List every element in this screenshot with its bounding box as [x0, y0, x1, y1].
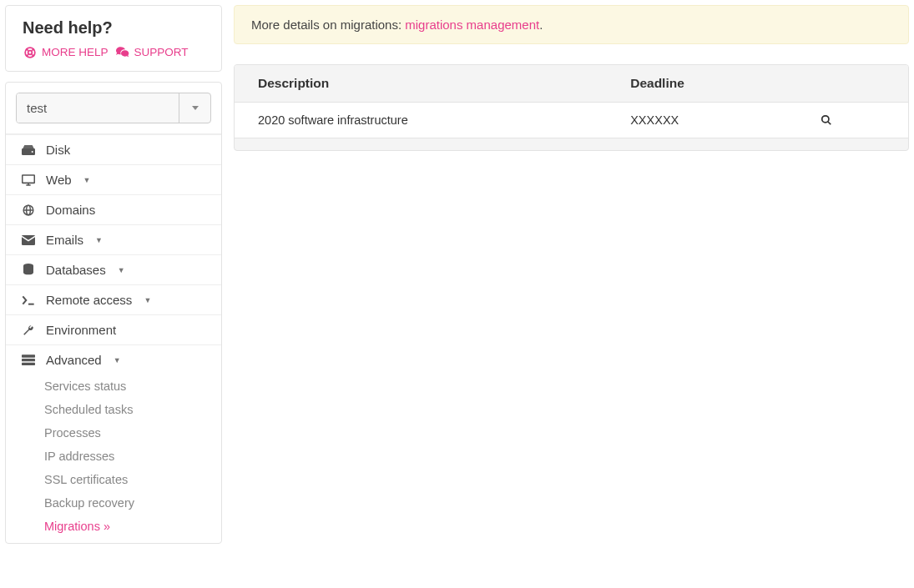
monitor-icon: [21, 174, 36, 186]
sidebar-label: Environment: [46, 323, 116, 337]
hdd-icon: [21, 145, 36, 155]
account-selector-caret[interactable]: [179, 93, 210, 123]
account-selector-value[interactable]: test: [17, 93, 179, 123]
sidebar-label: Domains: [46, 203, 95, 217]
server-icon: [21, 354, 36, 366]
sidebar: test Disk Web ▼: [5, 82, 222, 544]
svg-point-7: [32, 151, 33, 153]
sidebar-item-web[interactable]: Web ▼: [6, 165, 221, 194]
support-label: SUPPORT: [134, 46, 189, 58]
wrench-icon: [21, 324, 36, 336]
sidebar-item-disk[interactable]: Disk: [6, 135, 221, 164]
life-ring-icon: [23, 47, 38, 58]
subnav-ssl[interactable]: SSL certificates: [6, 468, 221, 491]
subnav-migrations[interactable]: Migrations »: [6, 515, 221, 538]
search-icon: [821, 114, 885, 126]
subnav-backup[interactable]: Backup recovery: [6, 491, 221, 515]
subnav-processes[interactable]: Processes: [6, 421, 221, 445]
help-panel: Need help? MORE HELP SUPPORT: [5, 5, 222, 72]
sidebar-item-advanced[interactable]: Advanced ▼: [6, 345, 221, 374]
sidebar-label: Advanced: [46, 353, 102, 367]
caret-down-icon: [192, 106, 199, 110]
alert-link[interactable]: migrations management: [405, 18, 539, 32]
database-icon: [21, 264, 36, 277]
table-row: 2020 software infrastructure XXXXXX: [235, 103, 908, 138]
caret-down-icon: ▼: [114, 356, 121, 364]
caret-down-icon: ▼: [95, 236, 103, 244]
alert-suffix: .: [539, 18, 543, 32]
sidebar-label: Web: [46, 173, 72, 187]
sidebar-item-environment[interactable]: Environment: [6, 315, 221, 344]
col-deadline: Deadline: [607, 65, 797, 103]
envelope-icon: [21, 235, 36, 245]
sidebar-label: Databases: [46, 263, 106, 277]
col-actions: [797, 65, 908, 103]
info-alert: More details on migrations: migrations m…: [234, 5, 909, 44]
svg-rect-17: [22, 354, 35, 357]
chat-icon: [115, 47, 130, 58]
cell-description: 2020 software infrastructure: [235, 103, 607, 138]
subnav-ip[interactable]: IP addresses: [6, 445, 221, 468]
sidebar-item-remote[interactable]: Remote access ▼: [6, 285, 221, 314]
subnav-services[interactable]: Services status: [6, 374, 221, 398]
alert-prefix: More details on migrations:: [251, 18, 405, 32]
cell-deadline: XXXXXX: [607, 103, 797, 138]
svg-rect-18: [22, 359, 35, 361]
sidebar-item-domains[interactable]: Domains: [6, 195, 221, 224]
subnav-scheduled[interactable]: Scheduled tasks: [6, 398, 221, 421]
support-link[interactable]: SUPPORT: [115, 46, 189, 58]
sidebar-label: Disk: [46, 143, 70, 157]
caret-down-icon: ▼: [144, 296, 151, 304]
caret-down-icon: ▼: [83, 176, 91, 184]
caret-down-icon: ▼: [118, 266, 125, 274]
svg-rect-8: [23, 175, 35, 183]
col-description: Description: [235, 65, 607, 103]
sidebar-item-emails[interactable]: Emails ▼: [6, 225, 221, 254]
view-button[interactable]: [821, 114, 885, 126]
more-help-link[interactable]: MORE HELP: [23, 46, 109, 58]
sidebar-item-databases[interactable]: Databases ▼: [6, 255, 221, 284]
globe-icon: [21, 204, 36, 216]
help-title: Need help?: [23, 18, 205, 38]
sidebar-label: Emails: [46, 233, 83, 247]
svg-rect-19: [22, 362, 35, 364]
more-help-label: MORE HELP: [42, 46, 109, 58]
migrations-table: Description Deadline 2020 software infra…: [234, 64, 909, 151]
svg-line-21: [828, 122, 831, 125]
sidebar-label: Remote access: [46, 293, 132, 307]
terminal-icon: [21, 295, 36, 305]
svg-point-1: [28, 50, 33, 54]
svg-point-20: [822, 116, 829, 123]
account-selector[interactable]: test: [16, 93, 211, 123]
